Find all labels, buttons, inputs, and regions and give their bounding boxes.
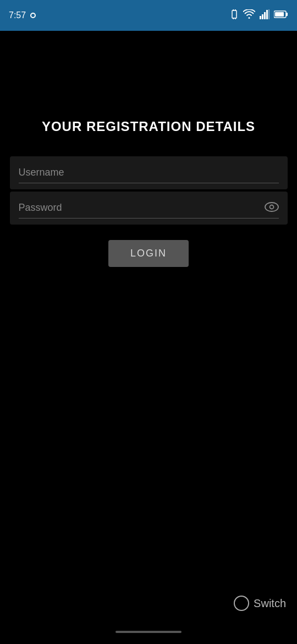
- svg-rect-9: [268, 9, 270, 19]
- svg-rect-7: [264, 12, 266, 19]
- switch-container[interactable]: Switch: [234, 596, 286, 611]
- switch-label: Switch: [254, 597, 286, 610]
- status-dot-icon: [30, 13, 36, 18]
- signal-icon: [260, 9, 270, 21]
- password-input[interactable]: [19, 198, 279, 219]
- svg-point-13: [265, 203, 278, 211]
- status-bar-left: 7:57: [9, 10, 36, 20]
- wifi-icon: [243, 9, 255, 21]
- vibrate-icon: [230, 9, 239, 22]
- svg-rect-12: [275, 12, 284, 17]
- battery-icon: [274, 10, 288, 21]
- username-input[interactable]: [19, 162, 279, 183]
- svg-rect-5: [260, 16, 261, 19]
- svg-rect-1: [233, 9, 234, 11]
- svg-rect-0: [232, 10, 237, 18]
- svg-point-14: [270, 205, 273, 209]
- username-container: [10, 156, 288, 189]
- status-bar-right: [230, 9, 288, 22]
- login-button[interactable]: LOGIN: [108, 240, 189, 267]
- status-time: 7:57: [9, 10, 26, 20]
- svg-rect-3: [233, 18, 234, 19]
- svg-rect-8: [266, 10, 268, 19]
- main-content: YOUR REGISTRATION DETAILS LOGIN: [0, 31, 297, 267]
- page-title: YOUR REGISTRATION DETAILS: [42, 119, 255, 134]
- eye-icon[interactable]: [265, 201, 279, 215]
- svg-rect-2: [235, 9, 236, 11]
- svg-rect-6: [262, 14, 263, 19]
- status-bar: 7:57: [0, 0, 297, 31]
- switch-circle-icon: [234, 596, 249, 611]
- svg-rect-11: [286, 13, 288, 16]
- svg-rect-4: [235, 18, 236, 19]
- password-container: [10, 192, 288, 225]
- bottom-nav-indicator: [116, 631, 182, 633]
